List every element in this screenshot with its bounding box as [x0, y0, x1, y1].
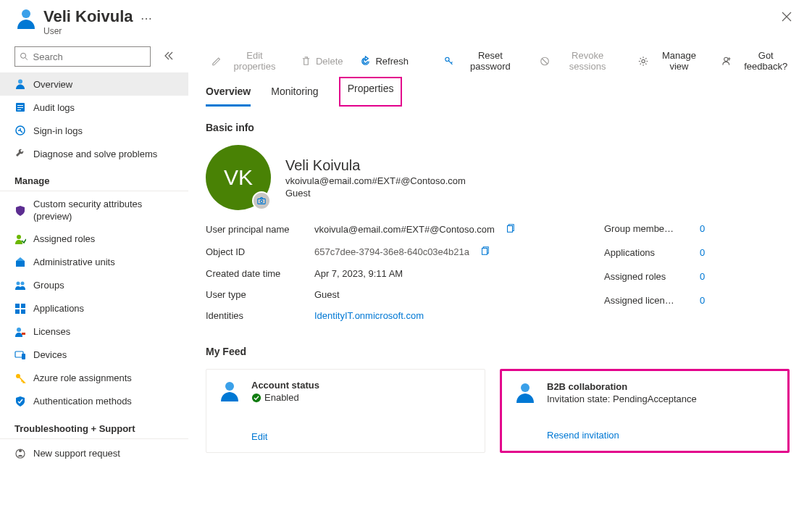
pencil-icon	[212, 56, 222, 67]
wrench-icon	[14, 148, 26, 159]
manage-view-button[interactable]: Manage view	[632, 49, 711, 72]
resend-invitation-link[interactable]: Resend invitation	[547, 430, 697, 441]
close-button[interactable]	[776, 7, 798, 28]
page-subtitle: User	[43, 26, 133, 36]
sidebar-item-diagnose[interactable]: Diagnose and solve problems	[0, 142, 188, 165]
sidebar-item-custom-security-attributes[interactable]: Custom security attributes (preview)	[0, 194, 188, 228]
delete-button[interactable]: Delete	[295, 49, 349, 72]
refresh-icon	[360, 56, 371, 67]
assigned-licenses-value[interactable]: 0	[700, 295, 705, 306]
collapse-sidebar-button[interactable]	[164, 51, 174, 63]
devices-icon	[14, 349, 26, 361]
object-id-label: Object ID	[206, 246, 314, 257]
svg-rect-17	[22, 333, 25, 335]
tab-overview[interactable]: Overview	[206, 80, 251, 107]
profile-type: Guest	[285, 188, 466, 199]
svg-point-25	[642, 59, 645, 62]
change-photo-button[interactable]	[252, 191, 271, 210]
copy-upn-button[interactable]	[505, 223, 515, 236]
sidebar-item-groups[interactable]: Groups	[0, 274, 188, 297]
edit-properties-button[interactable]: Edit properties	[206, 49, 289, 72]
sidebar-item-azure-role-assignments[interactable]: Azure role assignments	[0, 367, 188, 390]
check-circle-icon	[251, 393, 261, 403]
user-icon	[14, 7, 38, 30]
group-memberships-label: Group membe…	[604, 223, 691, 234]
copy-object-id-button[interactable]	[480, 246, 490, 258]
sidebar-item-audit-logs[interactable]: Audit logs	[0, 96, 188, 119]
account-status-value: Enabled	[264, 392, 299, 403]
svg-rect-5	[17, 107, 23, 108]
object-id-value: 657c7dee-3794-36e8-640c03e4b21a	[314, 246, 469, 257]
svg-rect-6	[17, 109, 21, 110]
b2b-collaboration-card: B2B collaboration Invitation state: Pend…	[500, 369, 790, 453]
created-value: Apr 7, 2023, 9:11 AM	[314, 268, 403, 279]
got-feedback-button[interactable]: Got feedback?	[716, 49, 800, 72]
signin-icon	[14, 125, 26, 136]
user-type-label: User type	[206, 289, 314, 300]
svg-rect-30	[482, 249, 487, 255]
sidebar-item-label: Applications	[33, 303, 84, 314]
search-icon	[20, 51, 29, 62]
auth-shield-icon	[14, 396, 26, 407]
sidebar-item-label: Assigned roles	[33, 233, 95, 244]
sidebar-item-applications[interactable]: Applications	[0, 297, 188, 320]
sidebar-item-overview[interactable]: Overview	[0, 72, 188, 96]
svg-point-31	[225, 382, 234, 391]
gear-icon	[638, 56, 648, 67]
tab-properties[interactable]: Properties	[339, 77, 403, 107]
identities-label: Identities	[206, 310, 314, 321]
sidebar-item-new-support-request[interactable]: New support request	[0, 442, 188, 465]
copy-icon	[480, 246, 490, 256]
search-input-wrapper[interactable]	[14, 46, 151, 67]
b2b-title: B2B collaboration	[547, 381, 697, 392]
log-icon	[14, 101, 26, 113]
sidebar-item-label: Audit logs	[33, 102, 75, 113]
licenses-icon	[14, 326, 26, 338]
groups-icon	[14, 280, 26, 291]
assigned-roles-value[interactable]: 0	[700, 271, 705, 282]
account-status-card: Account status Enabled Edit	[206, 369, 485, 453]
identities-value[interactable]: IdentityIT.onmicrosoft.com	[314, 310, 424, 321]
account-status-title: Account status	[251, 380, 319, 391]
block-icon	[540, 56, 550, 67]
sidebar-item-label: Azure role assignments	[33, 372, 132, 383]
copy-icon	[505, 223, 515, 233]
sidebar-item-authentication-methods[interactable]: Authentication methods	[0, 390, 188, 413]
b2b-status: Invitation state: PendingAcceptance	[547, 394, 697, 404]
sidebar-item-licenses[interactable]: Licenses	[0, 320, 188, 343]
account-status-edit-link[interactable]: Edit	[251, 431, 319, 442]
sidebar-item-label: Devices	[33, 349, 67, 360]
svg-rect-9	[16, 261, 25, 267]
more-options-button[interactable]: ⋯	[141, 12, 152, 25]
upn-value: vkoivula@email.com#EXT#@Contoso.com	[314, 224, 495, 235]
svg-point-8	[17, 235, 21, 239]
sidebar-item-label: Licenses	[33, 326, 70, 337]
applications-label: Applications	[604, 247, 691, 258]
svg-rect-27	[258, 199, 266, 204]
reset-password-button[interactable]: Reset password	[438, 49, 528, 72]
sidebar-section-manage: Manage	[0, 165, 188, 191]
sidebar-item-signin-logs[interactable]: Sign-in logs	[0, 119, 188, 142]
svg-point-2	[18, 80, 22, 84]
avatar: VK	[206, 145, 271, 210]
assigned-roles-label: Assigned roles	[604, 271, 691, 282]
applications-value[interactable]: 0	[700, 247, 705, 258]
sidebar-item-label: Authentication methods	[33, 396, 132, 407]
sidebar-item-assigned-roles[interactable]: Assigned roles	[0, 228, 188, 251]
camera-icon	[256, 196, 267, 206]
tab-monitoring[interactable]: Monitoring	[271, 80, 318, 107]
sidebar-item-label: Overview	[33, 79, 72, 90]
assigned-licenses-label: Assigned licen…	[604, 295, 691, 306]
revoke-sessions-button[interactable]: Revoke sessions	[534, 49, 627, 72]
svg-rect-12	[15, 304, 20, 308]
svg-point-16	[17, 328, 21, 332]
group-memberships-value[interactable]: 0	[700, 223, 705, 234]
my-feed-heading: My Feed	[206, 346, 800, 357]
user-icon	[14, 78, 26, 90]
refresh-button[interactable]: Refresh	[354, 49, 414, 72]
sidebar-item-devices[interactable]: Devices	[0, 343, 188, 367]
svg-rect-14	[15, 309, 20, 314]
sidebar-item-administrative-units[interactable]: Administrative units	[0, 251, 188, 274]
search-input[interactable]	[33, 51, 146, 62]
svg-point-33	[521, 383, 530, 392]
